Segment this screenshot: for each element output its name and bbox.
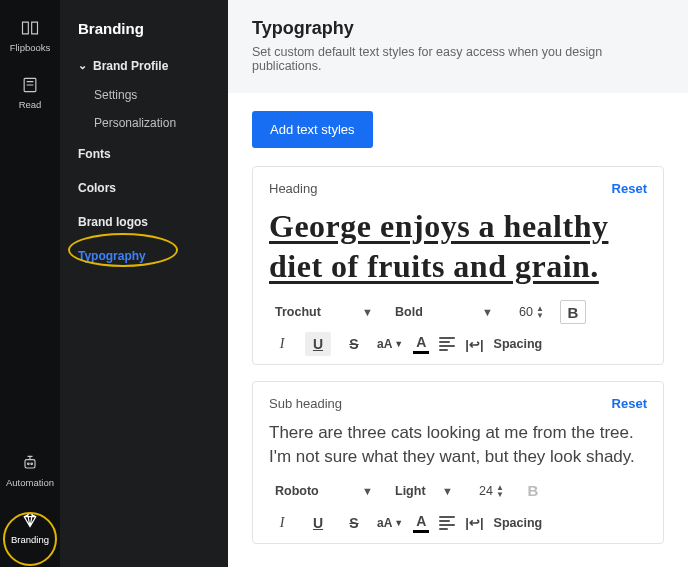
text-direction-button[interactable]: |↩|	[465, 515, 483, 530]
text-direction-button[interactable]: |↩|	[465, 337, 483, 352]
icon-rail: Flipbooks Read Automation Branding	[0, 0, 60, 567]
nav-personalization[interactable]: Personalization	[60, 109, 228, 137]
rail-flipbooks[interactable]: Flipbooks	[10, 18, 51, 53]
sidebar-title: Branding	[60, 20, 228, 51]
diamond-icon	[20, 510, 40, 530]
card-label: Heading	[269, 181, 317, 196]
font-size-stepper[interactable]: 24 ▲▼	[469, 484, 504, 498]
strikethrough-button[interactable]: S	[341, 332, 367, 356]
font-weight-select[interactable]: Light▼	[389, 479, 459, 503]
font-family-select[interactable]: Roboto▼	[269, 479, 379, 503]
reset-button[interactable]: Reset	[612, 181, 647, 196]
format-toolbar: Roboto▼ Light▼ 24 ▲▼ B I U	[269, 479, 647, 535]
robot-icon	[20, 453, 40, 473]
caret-down-icon: ▼	[362, 485, 373, 497]
sample-text[interactable]: There are three cats looking at me from …	[269, 421, 647, 469]
italic-button[interactable]: I	[269, 332, 295, 356]
heading-style-card: Heading Reset George enjoys a healthy di…	[252, 166, 664, 365]
spinner-icon[interactable]: ▲▼	[496, 484, 504, 498]
rail-label: Branding	[11, 534, 49, 545]
reset-button[interactable]: Reset	[612, 396, 647, 411]
rail-automation[interactable]: Automation	[6, 453, 54, 488]
spinner-icon[interactable]: ▲▼	[536, 305, 544, 319]
bold-button[interactable]: B	[560, 300, 586, 324]
font-size-stepper[interactable]: 60 ▲▼	[509, 305, 544, 319]
italic-button[interactable]: I	[269, 511, 295, 535]
sidebar-nav: ⌄ Brand Profile Settings Personalization…	[60, 51, 228, 273]
nav-brand-profile[interactable]: ⌄ Brand Profile	[60, 51, 228, 81]
bold-button[interactable]: B	[520, 479, 546, 503]
nav-brand-logos[interactable]: Brand logos	[60, 205, 228, 239]
text-case-button[interactable]: aA▼	[377, 337, 403, 351]
underline-button[interactable]: U	[305, 332, 331, 356]
svg-point-3	[31, 463, 33, 465]
text-color-button[interactable]: A	[413, 513, 429, 533]
align-left-button[interactable]	[439, 516, 455, 530]
spacing-button[interactable]: Spacing	[494, 516, 543, 530]
page-header: Typography Set custom default text style…	[228, 0, 688, 93]
file-icon	[20, 75, 40, 95]
format-toolbar: Trochut▼ Bold▼ 60 ▲▼ B I U	[269, 300, 647, 356]
text-case-button[interactable]: aA▼	[377, 516, 403, 530]
main-panel: Typography Set custom default text style…	[228, 0, 688, 567]
app-root: Flipbooks Read Automation Branding Brand…	[0, 0, 688, 567]
rail-label: Flipbooks	[10, 42, 51, 53]
nav-fonts[interactable]: Fonts	[60, 137, 228, 171]
text-color-button[interactable]: A	[413, 334, 429, 354]
sidebar: Branding ⌄ Brand Profile Settings Person…	[60, 0, 228, 567]
nav-colors[interactable]: Colors	[60, 171, 228, 205]
content: Add text styles Heading Reset George enj…	[228, 93, 688, 567]
spacing-button[interactable]: Spacing	[494, 337, 543, 351]
subheading-style-card: Sub heading Reset There are three cats l…	[252, 381, 664, 544]
align-left-button[interactable]	[439, 337, 455, 351]
card-label: Sub heading	[269, 396, 342, 411]
nav-settings[interactable]: Settings	[60, 81, 228, 109]
underline-button[interactable]: U	[305, 511, 331, 535]
rail-label: Automation	[6, 477, 54, 488]
rail-read[interactable]: Read	[19, 75, 42, 110]
nav-typography[interactable]: Typography	[60, 239, 228, 273]
page-title: Typography	[252, 18, 664, 39]
font-weight-select[interactable]: Bold▼	[389, 300, 499, 324]
rail-branding[interactable]: Branding	[11, 510, 49, 545]
svg-point-2	[28, 463, 30, 465]
nav-label: Brand Profile	[93, 59, 168, 73]
sample-text[interactable]: George enjoys a healthy diet of fruits a…	[269, 206, 647, 286]
svg-rect-1	[25, 460, 35, 468]
caret-down-icon: ▼	[442, 485, 453, 497]
rail-label: Read	[19, 99, 42, 110]
page-subtitle: Set custom default text styles for easy …	[252, 45, 664, 73]
add-text-styles-button[interactable]: Add text styles	[252, 111, 373, 148]
book-open-icon	[20, 18, 40, 38]
chevron-down-icon: ⌄	[78, 59, 87, 72]
font-family-select[interactable]: Trochut▼	[269, 300, 379, 324]
strikethrough-button[interactable]: S	[341, 511, 367, 535]
caret-down-icon: ▼	[362, 306, 373, 318]
caret-down-icon: ▼	[482, 306, 493, 318]
